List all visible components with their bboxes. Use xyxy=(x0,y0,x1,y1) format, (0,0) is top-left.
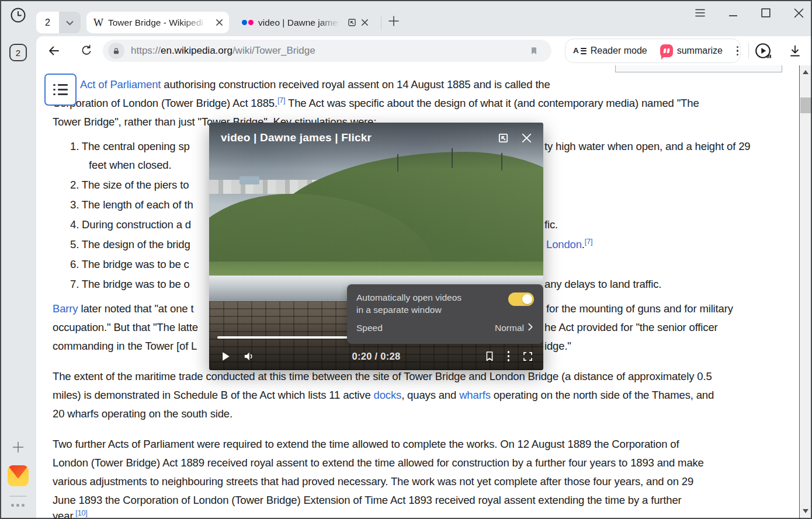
video-title: video | Dawne james | Flickr xyxy=(221,131,497,144)
list-item: 1. The central opening sp xyxy=(70,140,190,152)
auto-open-toggle[interactable] xyxy=(508,292,534,306)
return-to-tab-button[interactable] xyxy=(497,132,509,144)
list-item: 6. The bridge was to be c xyxy=(70,258,189,270)
chevron-down-icon xyxy=(66,18,74,28)
fullscreen-button[interactable] xyxy=(522,350,534,363)
minimize-icon xyxy=(728,8,738,20)
sidebar-more-button[interactable] xyxy=(11,504,25,507)
minimize-button[interactable] xyxy=(728,8,738,20)
video-controls: 0:20 / 0:28 xyxy=(209,346,543,367)
speed-setting-row[interactable]: Speed Normal xyxy=(356,323,534,333)
link-london[interactable]: London xyxy=(546,238,582,250)
tab-close-button[interactable] xyxy=(361,19,369,26)
ref-7-link[interactable]: [7] xyxy=(585,238,592,246)
url-text[interactable]: https://en.wikipedia.org/wiki/Tower_Brid… xyxy=(131,45,315,57)
tab-group-control: 2 xyxy=(36,12,81,33)
scrollbar-down-arrow[interactable] xyxy=(803,509,808,513)
list-item: 7. The bridge was to be o xyxy=(70,278,190,290)
tab-count-button[interactable]: 2 xyxy=(36,12,59,33)
link-wharfs[interactable]: wharfs xyxy=(459,389,491,401)
reader-mode-label: Reader mode xyxy=(591,46,647,56)
link-docks[interactable]: docks xyxy=(374,389,402,401)
bookmark-video-button[interactable] xyxy=(484,350,495,363)
text: Corporation of London (Tower Bridge) Act… xyxy=(53,97,277,109)
lock-icon[interactable] xyxy=(108,43,124,59)
text: authorising construction received royal … xyxy=(161,78,550,90)
chevron-right-icon xyxy=(527,323,534,333)
ref-10-link[interactable]: [10] xyxy=(75,509,87,517)
mail-app-icon[interactable] xyxy=(8,465,29,486)
wikipedia-search-box-partial[interactable] xyxy=(615,65,782,72)
address-bar[interactable]: https://en.wikipedia.org/wiki/Tower_Brid… xyxy=(103,40,551,62)
text: The Act was specific about the design of… xyxy=(285,97,699,109)
text: various adjustments to neighbouring stre… xyxy=(53,475,693,487)
bookmark-icon xyxy=(529,45,539,59)
new-tab-button[interactable] xyxy=(385,13,402,31)
video-settings-popup: Automatically open videosin a separate w… xyxy=(347,284,543,344)
window-controls xyxy=(695,0,804,28)
tab-close-button[interactable] xyxy=(216,19,223,26)
link-barry[interactable]: Barry xyxy=(53,302,78,315)
url-host: en.wikipedia.org xyxy=(161,45,233,56)
text: June 1893 the Corporation of London (Tow… xyxy=(53,494,682,506)
speed-label: Speed xyxy=(356,323,495,333)
floating-video-player[interactable]: video | Dawne james | Flickr 0:20 / 0:28 xyxy=(209,123,543,370)
picture-in-picture-icon[interactable] xyxy=(347,18,357,27)
list-item: 3. The length of each of th xyxy=(70,198,193,211)
scrollbar[interactable] xyxy=(799,65,812,519)
toggle-knob xyxy=(522,294,533,305)
tabstrip-divider xyxy=(381,16,381,29)
list-icon xyxy=(53,84,68,96)
tab-flickr-video[interactable]: video | Dawne james xyxy=(235,12,373,33)
sidebar-add-button[interactable] xyxy=(12,442,25,455)
summarize-button[interactable]: summarize xyxy=(660,44,723,57)
auto-open-setting-label: Automatically open videosin a separate w… xyxy=(356,291,508,316)
play-button[interactable] xyxy=(218,350,232,363)
reload-button[interactable] xyxy=(80,44,93,57)
video-time: 0:20 / 0:28 xyxy=(352,351,400,362)
volume-button[interactable] xyxy=(242,350,256,363)
sidebar-tab-counter[interactable]: 2 xyxy=(9,44,27,61)
text: Two further Acts of Parliament were requ… xyxy=(53,438,679,450)
sidebar-divider xyxy=(9,496,27,497)
text: , quays and xyxy=(401,389,459,401)
hamburger-icon xyxy=(695,9,705,19)
text: for the mounting of guns and for militar… xyxy=(546,302,733,315)
list-item: 2. The size of the piers to xyxy=(70,179,189,191)
text: idge." xyxy=(544,340,571,352)
close-window-button[interactable] xyxy=(794,8,804,20)
scrollbar-up-arrow[interactable] xyxy=(803,70,808,74)
text: The extent of the maritime trade conduct… xyxy=(53,370,712,382)
menu-button[interactable] xyxy=(695,9,705,19)
close-icon xyxy=(794,8,804,20)
text: commanding in the Tower [of L xyxy=(53,340,197,352)
plus-icon xyxy=(12,441,25,456)
maximize-button[interactable] xyxy=(761,8,771,20)
list-item: 4. During construction a d xyxy=(70,218,191,231)
text: year. xyxy=(53,510,75,519)
ref-7-link[interactable]: [7] xyxy=(277,96,285,105)
close-video-button[interactable] xyxy=(520,132,533,144)
tab-title: Tower Bridge - Wikipedi xyxy=(108,18,211,28)
more-tools-button[interactable] xyxy=(737,46,738,55)
maximize-icon xyxy=(761,8,771,20)
bookmark-button[interactable] xyxy=(529,45,539,59)
listen-page-button[interactable] xyxy=(754,42,772,60)
text: occupation." But that "The latte xyxy=(53,321,198,333)
video-player-header: video | Dawne james | Flickr xyxy=(209,123,543,153)
text: London (Tower Bridge) Act 1889 received … xyxy=(53,457,704,469)
table-of-contents-button[interactable] xyxy=(44,74,77,106)
back-button[interactable] xyxy=(47,44,61,58)
tab-tower-bridge[interactable]: W Tower Bridge - Wikipedi xyxy=(86,12,229,33)
tab-list-dropdown-button[interactable] xyxy=(59,12,81,33)
url-scheme: https:// xyxy=(131,45,161,56)
link-act-of-parliament[interactable]: Act of Parliament xyxy=(80,78,161,90)
scrollbar-thumb[interactable] xyxy=(800,97,811,113)
browser-window: 2 W Tower Bridge - Wikipedi video | Dawn… xyxy=(0,0,812,519)
history-clock-button[interactable] xyxy=(10,8,26,25)
video-more-button[interactable] xyxy=(508,351,510,361)
downloads-button[interactable] xyxy=(788,44,802,58)
text: he Act provided for "the senior officer xyxy=(544,321,718,333)
reader-mode-button[interactable]: A Reader mode xyxy=(573,46,647,56)
divider xyxy=(748,43,749,59)
